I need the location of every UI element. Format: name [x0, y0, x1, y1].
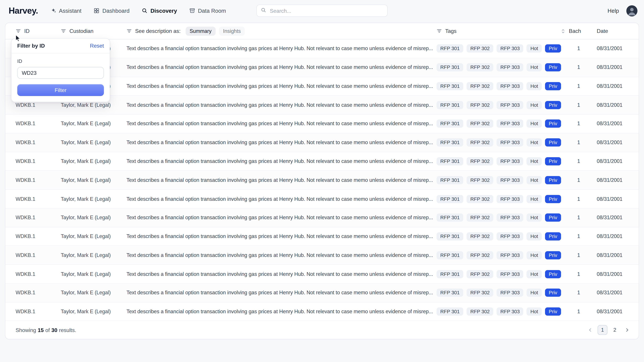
avatar[interactable] [626, 5, 638, 16]
grid-icon [94, 8, 100, 13]
column-label-custodian: Custodian [70, 28, 94, 34]
row-description: Text describes a financial option transa… [126, 83, 436, 89]
tab-summary[interactable]: Summary [186, 26, 216, 35]
row-tags: RFP 301RFP 302RFP 303HotPriv [436, 176, 561, 184]
tag-badge: RFP 303 [497, 214, 524, 222]
sort-icon[interactable] [561, 28, 566, 33]
help-link[interactable]: Help [608, 7, 619, 14]
row-id: WDKB.1 [16, 196, 61, 202]
priv-badge: Priv [545, 157, 561, 165]
table-footer: Showing 15 of 30 results. 1 2 [5, 321, 639, 339]
nav-label: Assistant [59, 7, 82, 14]
id-filter-input[interactable] [17, 67, 104, 79]
filter-lines-icon[interactable] [126, 28, 132, 34]
row-description: Text describes a financial option transa… [126, 140, 436, 145]
table-row[interactable]: WDKB.1 Taylor, Mark E (Legal) Text descr… [5, 265, 639, 284]
nav-item-dashboard[interactable]: Dashboard [94, 7, 130, 14]
tag-badge: RFP 303 [497, 82, 524, 90]
tag-badge: RFP 302 [466, 44, 494, 53]
tag-badge: RFP 302 [466, 63, 494, 71]
row-tags: RFP 301RFP 302RFP 303HotPriv [436, 157, 561, 165]
reset-link[interactable]: Reset [90, 43, 104, 49]
table-row[interactable]: WDKB.1 Taylor, Mark E (Legal) Text descr… [5, 190, 639, 209]
filter-lines-icon[interactable] [61, 28, 66, 34]
row-id: WDKB.1 [16, 215, 61, 220]
row-bach: 1 [561, 46, 597, 51]
row-bach: 1 [561, 271, 597, 277]
nav-label: Dashboard [102, 7, 130, 14]
tag-badge: RFP 301 [436, 138, 464, 147]
filter-lines-icon[interactable] [436, 28, 442, 34]
tag-badge: Hot [527, 232, 542, 241]
column-header-description: See description as: Summary Insights [126, 26, 436, 35]
tag-badge: Hot [527, 176, 542, 184]
nav-item-discovery[interactable]: Discovery [142, 7, 177, 14]
chevron-left-icon[interactable] [585, 325, 595, 335]
row-description: Text describes a financial option transa… [126, 64, 436, 70]
table-row[interactable]: WDKB.1 Taylor, Mark E (Legal) Text descr… [5, 302, 639, 321]
table-row[interactable]: WDKB.1 Taylor, Mark E (Legal) Text descr… [5, 152, 639, 171]
tag-badge: RFP 302 [466, 270, 494, 278]
table-row[interactable]: WDKB.1 Taylor, Mark E (Legal) Text descr… [5, 171, 639, 190]
priv-badge: Priv [545, 176, 561, 184]
row-description: Text describes a financial option transa… [126, 196, 436, 202]
harvey-logo[interactable]: Harvey. [8, 6, 38, 15]
tag-badge: RFP 302 [466, 157, 494, 165]
id-field-label: ID [17, 58, 104, 64]
popover-body: ID Filter [12, 53, 110, 102]
results-summary: Showing 15 of 30 results. [16, 327, 76, 333]
row-bach: 1 [561, 158, 597, 164]
global-search[interactable] [256, 4, 388, 17]
table-row[interactable]: WDKB.1 Taylor, Mark E (Legal) Text descr… [5, 246, 639, 265]
page-button-2[interactable]: 2 [610, 325, 620, 335]
table-row[interactable]: WDKB.1 Taylor, Mark E (Legal) Text descr… [5, 284, 639, 302]
tag-badge: Hot [527, 251, 542, 259]
tag-badge: RFP 303 [497, 308, 524, 316]
table-row[interactable]: WDKB.1 Taylor, Mark E (Legal) Text descr… [5, 227, 639, 246]
primary-nav: Assistant Dashboard Discovery Data Room [50, 7, 226, 14]
tag-badge: RFP 303 [497, 232, 524, 241]
app-root: Harvey. Assistant Dashboard Discovery Da… [0, 0, 644, 362]
column-label-bach: Bach [569, 28, 581, 34]
priv-badge: Priv [545, 44, 561, 53]
top-bar: Harvey. Assistant Dashboard Discovery Da… [0, 0, 644, 21]
row-bach: 1 [561, 64, 597, 70]
chevron-right-icon[interactable] [622, 325, 632, 335]
row-date: 08/31/2001 [597, 158, 632, 164]
row-bach: 1 [561, 252, 597, 258]
search-input[interactable] [269, 7, 383, 14]
row-custodian: Taylor, Mark E (Legal) [61, 102, 126, 108]
row-id: WDKB.1 [16, 309, 61, 314]
row-tags: RFP 301RFP 302RFP 303HotPriv [436, 195, 561, 203]
table-row[interactable]: WDKB.1 Taylor, Mark E (Legal) Text descr… [5, 209, 639, 227]
row-tags: RFP 301RFP 302RFP 303HotPriv [436, 82, 561, 90]
nav-label: Data Room [198, 7, 226, 14]
row-date: 08/31/2001 [597, 140, 632, 145]
row-tags: RFP 301RFP 302RFP 303HotPriv [436, 63, 561, 71]
row-description: Text describes a financial option transa… [126, 177, 436, 183]
row-description: Text describes a financial option transa… [126, 290, 436, 296]
tag-badge: RFP 301 [436, 157, 464, 165]
priv-badge: Priv [545, 82, 561, 90]
nav-item-data-room[interactable]: Data Room [189, 7, 226, 14]
row-tags: RFP 301RFP 302RFP 303HotPriv [436, 214, 561, 222]
filter-lines-icon[interactable] [16, 28, 21, 34]
tag-badge: RFP 301 [436, 120, 464, 128]
tag-badge: RFP 302 [466, 176, 494, 184]
tag-badge: RFP 301 [436, 289, 464, 297]
apply-filter-button[interactable]: Filter [17, 84, 104, 96]
tag-badge: Hot [527, 195, 542, 203]
nav-item-assistant[interactable]: Assistant [50, 7, 82, 14]
row-custodian: Taylor, Mark E (Legal) [61, 252, 126, 258]
row-custodian: Taylor, Mark E (Legal) [61, 158, 126, 164]
page-button-1[interactable]: 1 [598, 325, 608, 335]
row-date: 08/31/2001 [597, 121, 632, 126]
description-mode-toggle: Summary Insights [186, 26, 245, 35]
table-row[interactable]: WDKB.1 Taylor, Mark E (Legal) Text descr… [5, 133, 639, 152]
row-tags: RFP 301RFP 302RFP 303HotPriv [436, 270, 561, 278]
tab-insights[interactable]: Insights [219, 26, 245, 35]
sparkle-icon [50, 8, 56, 13]
table-row[interactable]: WDKB.1 Taylor, Mark E (Legal) Text descr… [5, 114, 639, 133]
priv-badge: Priv [545, 63, 561, 71]
tag-badge: Hot [527, 270, 542, 278]
